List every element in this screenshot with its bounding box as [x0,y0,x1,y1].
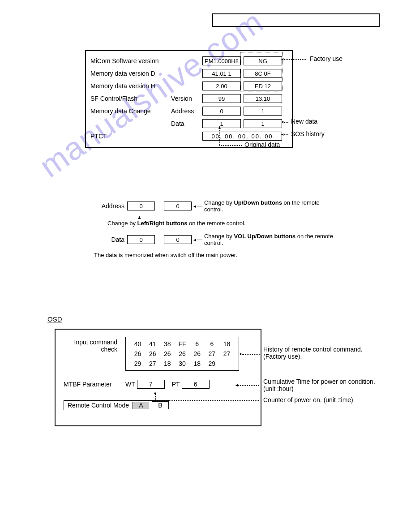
command-history-box: 40 41 38 FF 6 6 18 26 26 26 26 26 27 27 … [125,337,239,371]
hex: 30 [175,359,189,369]
hex: 41 [145,339,160,349]
wt-label: WT [125,381,135,388]
t-bold: Up/Down buttons [234,199,282,206]
value-box: 99 [202,94,241,103]
data-box-2: 0 [164,235,192,244]
label: PTCT [90,133,171,140]
hex: 40 [130,339,145,349]
address-box-2: 0 [164,202,192,210]
row-sf: SF Control/Flash Version 99 13.10 [90,92,287,105]
row-ptct: PTCT 00. 00. 00. 00. 00 [90,130,287,142]
remote-control-mode-row: Remote Control Mode A B [64,400,169,410]
hex: 26 [190,349,205,359]
hex-row: 40 41 38 FF 6 6 18 [130,339,234,349]
value-box: 13.10 [244,94,282,103]
annot-history: History of remote control command. (Fact… [263,346,380,360]
annot-new-data: New data [291,118,317,125]
annot-original-data: Original data [244,141,280,148]
osd-panel: Input command check 40 41 38 FF 6 6 18 2… [55,329,261,426]
hex [219,359,234,369]
t: Change by [204,233,234,240]
value-box-wide: 00. 00. 00. 00. 00 [202,132,282,141]
row-mem-d: Memory data version D 41.01 1 8C 0F [90,67,287,80]
hex: 18 [190,359,205,369]
label: Memory data version D [90,70,171,77]
rcm-label: Remote Control Mode [64,402,133,409]
data-desc: Change by VOL Up/Down buttons on the rem… [204,233,338,246]
leader-line [284,134,288,135]
address-label: Address [94,202,127,210]
data-box-1: 0 [127,235,155,244]
hex: 6 [190,339,205,349]
annot-factory-use: Factory use [310,55,342,62]
t: Input command [74,339,118,346]
arrow-up-below-addr: ▲ [137,215,363,220]
leader-line [219,145,242,146]
address-row: Address 0 0 ◄┄┄ Change by Up/Down button… [94,199,363,213]
t: Change by [204,199,234,206]
value-box: 1 [244,119,282,128]
annot-sos-history: SOS history [291,130,325,137]
leader-line [238,385,259,386]
hex: 18 [160,359,175,369]
leader-line [284,59,306,60]
annot-cumtime: Cumulative Time for power on condition. … [263,378,380,392]
value-box: 8C 0F [244,69,282,78]
t-bold: Left/Right buttons [137,220,188,227]
value-box: 1 [202,119,241,128]
memorize-note: The data is memorized when switch off th… [94,252,363,258]
row-mem-chg-addr: Memory data Change Address 0 1 [90,105,287,117]
hex: 26 [175,349,189,359]
arrow-up-icon [218,124,222,130]
annot-counter: Counter of power on. (unit :time) [263,396,353,403]
header-empty-box [212,13,380,27]
hex: 18 [219,339,234,349]
hex: 29 [130,359,145,369]
data-row: Data 0 0 ◄┄┄ Change by VOL Up/Down butto… [94,233,363,246]
hex: 29 [205,359,219,369]
input-command-check-label: Input command check [64,339,117,353]
mtbf-row: MTBF Parameter WT 7 PT 6 [64,380,217,389]
label: Memory data Change [90,107,171,115]
t: check [101,346,117,353]
leader-line [284,122,288,123]
value-box: 41.01 1 [202,69,241,78]
row-mem-h: Memory data version H 2.00 ED 12 [90,80,287,92]
address-below-desc: Change by Left/Right buttons on the remo… [107,220,363,227]
pt-label: PT [172,381,180,388]
sublabel: Version [171,95,202,102]
address-data-section: Address 0 0 ◄┄┄ Change by Up/Down button… [94,199,363,258]
label: SF Control/Flash [90,95,171,102]
hex: 27 [219,349,234,359]
arrow-left-icon: ◄┄┄ [193,204,202,209]
hex: 27 [145,359,160,369]
sublabel: Data [171,120,202,127]
t: Change by [107,220,137,227]
hex-row: 26 26 26 26 26 27 27 [130,349,234,359]
value-box: 1 [244,107,282,116]
value-box: 0 [202,107,241,116]
mtbf-label: MTBF Parameter [64,381,125,388]
address-desc: Change by Up/Down buttons on the remote … [204,199,338,213]
hex: 26 [160,349,175,359]
address-box-1: 0 [127,202,155,210]
rcm-option-a: A [133,402,149,409]
arrow-left-icon: ◄┄┄ [193,237,202,242]
hex: FF [175,339,189,349]
data-label: Data [94,236,127,243]
value-box: ED 12 [244,82,282,90]
value-box: 2.00 [202,82,241,90]
value-box: NG [244,56,282,65]
osd-heading: OSD [47,315,62,323]
hex: 27 [205,349,219,359]
row-mem-chg-data: Data 1 1 [90,117,287,130]
value-box: PM1.0000H8 [202,56,241,65]
leader-line [242,354,260,355]
rcm-option-b: B [152,401,169,409]
hex-row: 29 27 18 30 18 29 [130,359,234,369]
hex: 38 [160,339,175,349]
sublabel: Address [171,107,202,115]
leader-line-v [155,394,156,400]
leader-line [155,400,259,401]
hex: 26 [130,349,145,359]
